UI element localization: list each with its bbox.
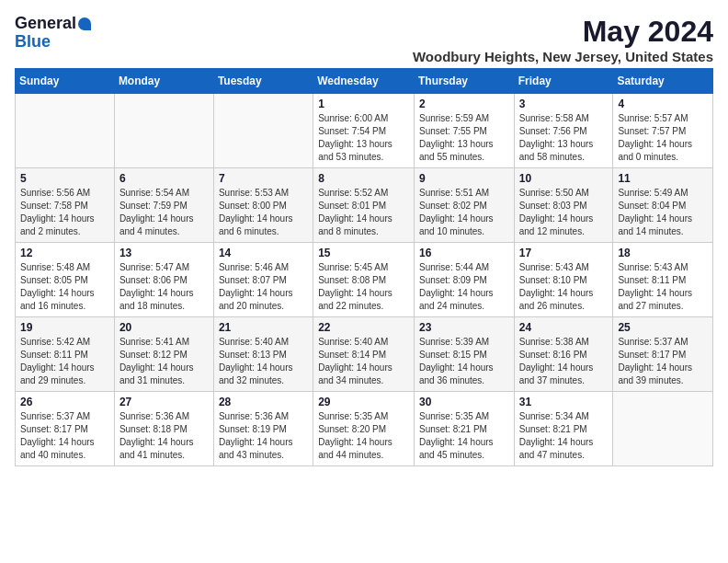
day-number: 21	[219, 321, 308, 334]
calendar-cell: 12Sunrise: 5:48 AM Sunset: 8:05 PM Dayli…	[16, 243, 115, 317]
calendar-cell: 31Sunrise: 5:34 AM Sunset: 8:21 PM Dayli…	[514, 392, 613, 466]
day-number: 4	[618, 98, 708, 110]
calendar-table: SundayMondayTuesdayWednesdayThursdayFrid…	[15, 68, 713, 466]
calendar-cell: 10Sunrise: 5:50 AM Sunset: 8:03 PM Dayli…	[514, 168, 613, 243]
header-sunday: Sunday	[16, 69, 115, 94]
day-info: Sunrise: 5:49 AM Sunset: 8:04 PM Dayligh…	[618, 187, 708, 238]
calendar-cell: 23Sunrise: 5:39 AM Sunset: 8:15 PM Dayli…	[414, 317, 514, 392]
day-info: Sunrise: 5:35 AM Sunset: 8:20 PM Dayligh…	[318, 410, 409, 462]
calendar-cell: 22Sunrise: 5:40 AM Sunset: 8:14 PM Dayli…	[313, 317, 415, 392]
logo-blue-text: Blue	[15, 33, 91, 52]
calendar-cell: 13Sunrise: 5:47 AM Sunset: 8:06 PM Dayli…	[114, 243, 213, 317]
day-info: Sunrise: 5:35 AM Sunset: 8:21 PM Dayligh…	[419, 410, 509, 462]
day-info: Sunrise: 5:46 AM Sunset: 8:07 PM Dayligh…	[219, 261, 308, 313]
day-info: Sunrise: 5:54 AM Sunset: 7:59 PM Dayligh…	[119, 187, 209, 238]
day-info: Sunrise: 5:52 AM Sunset: 8:01 PM Dayligh…	[318, 187, 409, 238]
calendar-cell: 14Sunrise: 5:46 AM Sunset: 8:07 PM Dayli…	[213, 243, 313, 317]
calendar-cell: 19Sunrise: 5:42 AM Sunset: 8:11 PM Dayli…	[16, 317, 115, 392]
day-number: 17	[519, 247, 609, 259]
calendar-cell: 8Sunrise: 5:52 AM Sunset: 8:01 PM Daylig…	[313, 168, 415, 243]
day-number: 10	[519, 172, 609, 185]
calendar-cell	[16, 94, 115, 168]
day-number: 8	[318, 172, 409, 185]
calendar-cell: 30Sunrise: 5:35 AM Sunset: 8:21 PM Dayli…	[414, 392, 514, 466]
day-info: Sunrise: 5:41 AM Sunset: 8:12 PM Dayligh…	[119, 336, 209, 387]
day-number: 25	[618, 321, 708, 334]
week-row-4: 26Sunrise: 5:37 AM Sunset: 8:17 PM Dayli…	[16, 392, 713, 466]
day-number: 20	[119, 321, 209, 334]
calendar-cell: 9Sunrise: 5:51 AM Sunset: 8:02 PM Daylig…	[414, 168, 514, 243]
day-info: Sunrise: 5:43 AM Sunset: 8:10 PM Dayligh…	[519, 261, 609, 313]
day-info: Sunrise: 5:42 AM Sunset: 8:11 PM Dayligh…	[20, 336, 109, 387]
day-number: 3	[519, 98, 609, 110]
calendar-cell	[114, 94, 213, 168]
header-saturday: Saturday	[613, 69, 713, 94]
calendar-title: May 2024	[413, 15, 713, 49]
day-info: Sunrise: 5:36 AM Sunset: 8:18 PM Dayligh…	[119, 410, 209, 462]
calendar-cell: 1Sunrise: 6:00 AM Sunset: 7:54 PM Daylig…	[313, 94, 415, 168]
day-info: Sunrise: 5:37 AM Sunset: 8:17 PM Dayligh…	[618, 336, 708, 387]
day-info: Sunrise: 5:43 AM Sunset: 8:11 PM Dayligh…	[618, 261, 708, 313]
week-row-3: 19Sunrise: 5:42 AM Sunset: 8:11 PM Dayli…	[16, 317, 713, 392]
day-number: 26	[20, 396, 109, 408]
calendar-cell: 6Sunrise: 5:54 AM Sunset: 7:59 PM Daylig…	[114, 168, 213, 243]
day-number: 12	[20, 247, 109, 259]
day-info: Sunrise: 5:53 AM Sunset: 8:00 PM Dayligh…	[219, 187, 308, 238]
day-info: Sunrise: 5:47 AM Sunset: 8:06 PM Dayligh…	[119, 261, 209, 313]
calendar-cell: 26Sunrise: 5:37 AM Sunset: 8:17 PM Dayli…	[16, 392, 115, 466]
calendar-cell: 25Sunrise: 5:37 AM Sunset: 8:17 PM Dayli…	[613, 317, 713, 392]
day-info: Sunrise: 5:44 AM Sunset: 8:09 PM Dayligh…	[419, 261, 509, 313]
day-number: 22	[318, 321, 409, 334]
day-number: 1	[318, 98, 409, 110]
day-info: Sunrise: 5:59 AM Sunset: 7:55 PM Dayligh…	[419, 112, 509, 164]
day-number: 5	[20, 172, 109, 185]
header-tuesday: Tuesday	[213, 69, 313, 94]
day-number: 7	[219, 172, 308, 185]
calendar-subtitle: Woodbury Heights, New Jersey, United Sta…	[413, 49, 713, 64]
day-number: 24	[519, 321, 609, 334]
calendar-cell	[213, 94, 313, 168]
calendar-cell: 3Sunrise: 5:58 AM Sunset: 7:56 PM Daylig…	[514, 94, 613, 168]
day-number: 29	[318, 396, 409, 408]
calendar-cell: 20Sunrise: 5:41 AM Sunset: 8:12 PM Dayli…	[114, 317, 213, 392]
day-number: 31	[519, 396, 609, 408]
header-wednesday: Wednesday	[313, 69, 415, 94]
day-info: Sunrise: 5:36 AM Sunset: 8:19 PM Dayligh…	[219, 410, 308, 462]
week-row-0: 1Sunrise: 6:00 AM Sunset: 7:54 PM Daylig…	[16, 94, 713, 168]
day-info: Sunrise: 5:58 AM Sunset: 7:56 PM Dayligh…	[519, 112, 609, 164]
day-number: 30	[419, 396, 509, 408]
calendar-cell: 5Sunrise: 5:56 AM Sunset: 7:58 PM Daylig…	[16, 168, 115, 243]
day-number: 13	[119, 247, 209, 259]
day-info: Sunrise: 5:39 AM Sunset: 8:15 PM Dayligh…	[419, 336, 509, 387]
day-number: 16	[419, 247, 509, 259]
header-row: SundayMondayTuesdayWednesdayThursdayFrid…	[16, 69, 713, 94]
day-info: Sunrise: 5:37 AM Sunset: 8:17 PM Dayligh…	[20, 410, 109, 462]
day-number: 23	[419, 321, 509, 334]
calendar-cell: 18Sunrise: 5:43 AM Sunset: 8:11 PM Dayli…	[613, 243, 713, 317]
day-info: Sunrise: 5:34 AM Sunset: 8:21 PM Dayligh…	[519, 410, 609, 462]
day-info: Sunrise: 5:50 AM Sunset: 8:03 PM Dayligh…	[519, 187, 609, 238]
day-info: Sunrise: 5:45 AM Sunset: 8:08 PM Dayligh…	[318, 261, 409, 313]
logo-icon	[78, 17, 91, 30]
day-info: Sunrise: 5:38 AM Sunset: 8:16 PM Dayligh…	[519, 336, 609, 387]
calendar-cell: 29Sunrise: 5:35 AM Sunset: 8:20 PM Dayli…	[313, 392, 415, 466]
calendar-cell: 28Sunrise: 5:36 AM Sunset: 8:19 PM Dayli…	[213, 392, 313, 466]
day-info: Sunrise: 5:40 AM Sunset: 8:13 PM Dayligh…	[219, 336, 308, 387]
week-row-2: 12Sunrise: 5:48 AM Sunset: 8:05 PM Dayli…	[16, 243, 713, 317]
day-info: Sunrise: 5:56 AM Sunset: 7:58 PM Dayligh…	[20, 187, 109, 238]
calendar-cell: 7Sunrise: 5:53 AM Sunset: 8:00 PM Daylig…	[213, 168, 313, 243]
day-info: Sunrise: 6:00 AM Sunset: 7:54 PM Dayligh…	[318, 112, 409, 164]
day-number: 27	[119, 396, 209, 408]
calendar-cell: 15Sunrise: 5:45 AM Sunset: 8:08 PM Dayli…	[313, 243, 415, 317]
calendar-cell: 24Sunrise: 5:38 AM Sunset: 8:16 PM Dayli…	[514, 317, 613, 392]
day-info: Sunrise: 5:40 AM Sunset: 8:14 PM Dayligh…	[318, 336, 409, 387]
day-number: 9	[419, 172, 509, 185]
calendar-cell: 17Sunrise: 5:43 AM Sunset: 8:10 PM Dayli…	[514, 243, 613, 317]
day-number: 6	[119, 172, 209, 185]
calendar-cell	[613, 392, 713, 466]
day-number: 2	[419, 98, 509, 110]
calendar-cell: 11Sunrise: 5:49 AM Sunset: 8:04 PM Dayli…	[613, 168, 713, 243]
day-number: 11	[618, 172, 708, 185]
header-monday: Monday	[114, 69, 213, 94]
day-info: Sunrise: 5:57 AM Sunset: 7:57 PM Dayligh…	[618, 112, 708, 164]
